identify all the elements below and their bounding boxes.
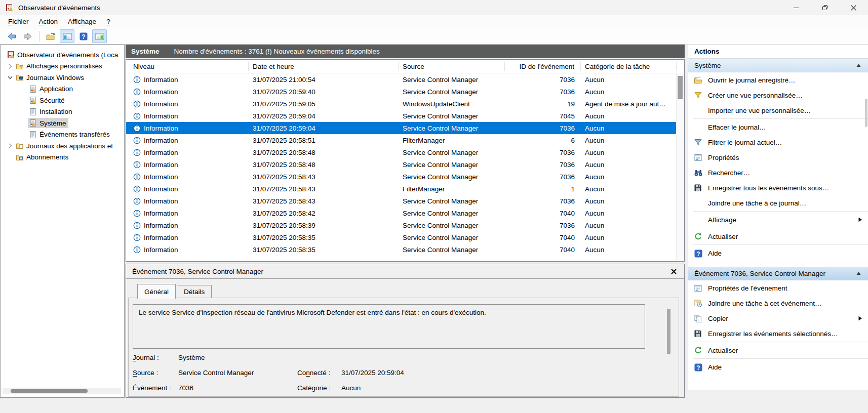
event-row[interactable]: Information 31/07/2025 20:58:48 Service …	[126, 146, 677, 158]
event-row[interactable]: Information 31/07/2025 20:58:39 Service …	[126, 219, 677, 231]
menu-item[interactable]: Fichier	[3, 16, 34, 27]
action-item[interactable]: Importer une vue personnalisée…	[688, 103, 868, 118]
tree-item-label: Événements transférés	[40, 131, 110, 138]
event-row[interactable]: Information 31/07/2025 21:00:54 Service …	[126, 73, 677, 86]
event-viewer-icon	[7, 51, 15, 59]
event-row[interactable]: Information 31/07/2025 20:59:40 Service …	[126, 86, 677, 98]
tree-item[interactable]: Système	[1, 117, 124, 129]
tree-item[interactable]: Observateur d'événements (Loca	[1, 49, 124, 61]
event-row[interactable]: Information 31/07/2025 20:59:04 Service …	[126, 110, 677, 122]
chevron-down-icon[interactable]	[6, 73, 15, 81]
connected-value: 31/07/2025 20:59:04	[341, 369, 404, 377]
tree-item[interactable]: Installation	[1, 106, 124, 118]
action-item[interactable]: Propriétés de l'événement	[688, 280, 868, 296]
menu-item[interactable]: ?	[101, 16, 115, 27]
event-list-scrollbar[interactable]	[676, 73, 684, 261]
column-header[interactable]: Source	[399, 62, 505, 71]
event-datetime: 31/07/2025 20:58:51	[249, 137, 399, 144]
event-row[interactable]: Information 31/07/2025 20:59:05 WindowsU…	[126, 98, 677, 110]
detail-scrollbar[interactable]	[666, 305, 672, 386]
close-detail-button[interactable]	[669, 267, 678, 276]
menu-item[interactable]: Affichage	[63, 16, 101, 27]
event-category: Aucun	[581, 161, 677, 169]
event-row[interactable]: Information 31/07/2025 20:58:43 Service …	[126, 171, 677, 183]
tree-item[interactable]: Événements transférés	[1, 129, 124, 141]
event-id: 7036	[505, 222, 581, 229]
column-header[interactable]: Catégorie de la tâche	[581, 62, 677, 71]
event-row[interactable]: Information 31/07/2025 20:58:48 Service …	[126, 158, 677, 171]
journal-label: Journal :	[133, 354, 178, 361]
collapse-icon[interactable]	[856, 271, 862, 276]
event-message-box[interactable]: Le service Service d'inspection réseau d…	[133, 304, 645, 349]
chevron-right-icon[interactable]	[6, 62, 15, 70]
toolbar-button[interactable]: ?	[76, 29, 91, 43]
event-row[interactable]: Information 31/07/2025 20:58:43 Service …	[126, 195, 677, 207]
event-row[interactable]: Information 31/07/2025 20:58:35 Service …	[126, 231, 677, 243]
actions-section-header-systeme[interactable]: Système	[688, 59, 868, 72]
action-item[interactable]: Enregistrer les événements sélectionnés…	[688, 326, 868, 341]
action-item[interactable]: Copier	[688, 311, 868, 326]
tree-horizontal-scrollbar[interactable]	[3, 388, 121, 394]
action-item[interactable]: Effacer le journal…	[688, 119, 868, 135]
tree-item-label: Installation	[40, 108, 72, 115]
event-row[interactable]: Information 31/07/2025 20:58:51 FilterMa…	[126, 134, 677, 146]
actions-section-header-event[interactable]: Événement 7036, Service Control Manager	[688, 267, 868, 280]
event-level: Information	[144, 161, 178, 169]
action-item[interactable]: Enregistrer tous les événements sous…	[688, 180, 868, 195]
toolbar-button[interactable]	[4, 29, 19, 43]
action-item[interactable]: ? Aide	[688, 245, 868, 261]
tree-scrollbar-thumb[interactable]	[11, 389, 88, 393]
info-icon	[133, 197, 141, 205]
detail-tab[interactable]: Détails	[177, 285, 212, 299]
action-item[interactable]: Filtrer le journal actuel…	[688, 135, 868, 150]
event-category: Aucun	[581, 173, 677, 181]
collapse-icon[interactable]	[856, 63, 862, 68]
tree-item[interactable]: Application	[1, 84, 124, 95]
toolbar-button[interactable]	[44, 29, 58, 43]
info-icon	[133, 149, 141, 156]
event-source: Service Control Manager	[399, 125, 505, 132]
toolbar-button[interactable]	[92, 29, 107, 43]
detail-tab[interactable]: Général	[137, 284, 176, 299]
action-item[interactable]: Affichage	[688, 212, 868, 227]
help-icon: ?	[694, 249, 703, 258]
chevron-right-icon[interactable]	[6, 142, 15, 150]
tree-item[interactable]: Affichages personnalisés	[1, 61, 124, 72]
tree-item[interactable]: Abonnements	[1, 152, 124, 163]
action-item[interactable]: Rechercher…	[688, 165, 868, 180]
action-item[interactable]: Ouvrir le journal enregistré…	[688, 72, 868, 88]
toolbar-button[interactable]	[20, 29, 35, 43]
event-datetime: 31/07/2025 20:58:43	[249, 185, 399, 193]
event-row[interactable]: Information 31/07/2025 20:58:35 Service …	[126, 243, 677, 256]
column-header[interactable]: Niveau	[129, 62, 249, 71]
actions-section-event: Propriétés de l'événement Joindre une tâ…	[688, 280, 868, 375]
event-id: 7036	[505, 197, 581, 205]
action-item[interactable]: Actualiser	[688, 229, 868, 244]
column-header[interactable]: Date et heure	[249, 62, 399, 71]
event-datetime: 31/07/2025 20:58:48	[249, 161, 399, 169]
window-button[interactable]	[839, 0, 868, 15]
divider	[39, 31, 40, 42]
action-item[interactable]: Joindre une tâche à ce journal…	[688, 195, 868, 211]
menu-item[interactable]: Action	[34, 16, 63, 27]
column-header[interactable]: ID de l'événement	[505, 62, 581, 71]
event-row[interactable]: Information 31/07/2025 20:59:04 Service …	[126, 122, 677, 134]
folder-table-icon	[16, 153, 24, 161]
action-item[interactable]: Propriétés	[688, 150, 868, 165]
action-item[interactable]: Joindre une tâche à cet événement…	[688, 296, 868, 311]
tree-item[interactable]: Journaux des applications et	[1, 140, 124, 152]
action-item[interactable]: Actualiser	[688, 343, 868, 358]
event-row[interactable]: Information 31/07/2025 20:58:42 Service …	[126, 207, 677, 219]
event-list-scrollbar-thumb[interactable]	[678, 76, 683, 99]
detail-scrollbar-thumb[interactable]	[667, 309, 670, 354]
tree-item[interactable]: Sécurité	[1, 95, 124, 106]
window-button[interactable]	[781, 0, 810, 15]
toolbar-button[interactable]	[60, 29, 74, 43]
event-row[interactable]: Information 31/07/2025 20:58:43 FilterMa…	[126, 183, 677, 195]
minimize-icon	[793, 5, 799, 11]
actions-scrollbar-thumb[interactable]	[865, 99, 867, 127]
action-item[interactable]: ? Aide	[688, 359, 868, 375]
action-item[interactable]: Créer une vue personnalisée…	[688, 88, 868, 103]
window-button[interactable]	[810, 0, 839, 15]
tree-item[interactable]: Journaux Windows	[1, 72, 124, 84]
